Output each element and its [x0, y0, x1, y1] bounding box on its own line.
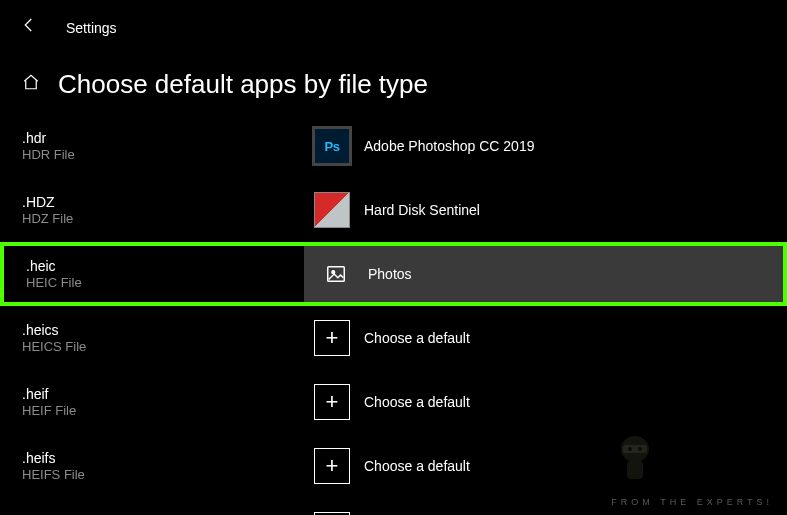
file-type-row: .heicHEIC FilePhotos: [0, 242, 787, 306]
app-name-label: Choose a default: [364, 458, 470, 474]
file-type-row: .HDZHDZ FileHard Disk Sentinel: [0, 178, 787, 242]
file-type-description: HEIF File: [22, 403, 300, 418]
default-app-button[interactable]: Photos: [304, 246, 783, 302]
default-app-button[interactable]: Hard Disk Sentinel: [300, 182, 787, 238]
photoshop-icon: Ps: [314, 128, 350, 164]
svg-rect-0: [328, 267, 345, 282]
file-type-row: .hdrHDR FilePsAdobe Photoshop CC 2019: [0, 114, 787, 178]
photos-icon: [318, 256, 354, 292]
app-name-label: Hard Disk Sentinel: [364, 202, 480, 218]
file-type-row: .heifHEIF File+Choose a default: [0, 370, 787, 434]
file-type-description: HEICS File: [22, 339, 300, 354]
file-extension-cell: .HDZHDZ File: [0, 182, 300, 238]
app-name-label: Choose a default: [364, 394, 470, 410]
file-type-description: HEIC File: [26, 275, 304, 290]
header-bar: Settings: [0, 0, 787, 51]
watermark-text: FROM THE EXPERTS!: [611, 496, 773, 510]
page-title: Choose default apps by file type: [58, 69, 428, 100]
svg-point-4: [628, 447, 632, 451]
plus-icon: +: [314, 384, 350, 420]
file-extension-cell: .heicHEIC File: [4, 246, 304, 302]
file-extension: .heif: [22, 386, 300, 402]
file-type-description: HDR File: [22, 147, 300, 162]
svg-point-5: [638, 447, 642, 451]
default-app-button[interactable]: +Choose a default: [300, 374, 787, 430]
watermark-mascot-icon: [613, 431, 657, 485]
file-extension-cell: .hh: [0, 510, 300, 516]
default-app-button[interactable]: PsAdobe Photoshop CC 2019: [300, 118, 787, 174]
svg-rect-3: [623, 445, 647, 453]
file-type-row: .heifsHEIFS File+Choose a default: [0, 434, 787, 498]
hard-disk-sentinel-icon: [314, 192, 350, 228]
back-button[interactable]: [16, 12, 42, 43]
file-extension: .heifs: [22, 450, 300, 466]
app-name-label: Adobe Photoshop CC 2019: [364, 138, 534, 154]
file-type-row: .heicsHEICS File+Choose a default: [0, 306, 787, 370]
home-icon[interactable]: [22, 73, 40, 96]
app-name-label: Choose a default: [364, 330, 470, 346]
svg-rect-6: [627, 461, 643, 479]
file-type-description: HEIFS File: [22, 467, 300, 482]
file-extension-cell: .heifHEIF File: [0, 374, 300, 430]
file-extension: .heics: [22, 322, 300, 338]
plus-icon: +: [314, 320, 350, 356]
file-extension: .HDZ: [22, 194, 300, 210]
plus-icon: +: [314, 448, 350, 484]
default-app-button[interactable]: +Choose a default: [300, 310, 787, 366]
file-extension: .hdr: [22, 130, 300, 146]
default-app-button[interactable]: +Choose a default: [300, 438, 787, 494]
file-type-description: HDZ File: [22, 211, 300, 226]
file-type-list: .hdrHDR FilePsAdobe Photoshop CC 2019.HD…: [0, 114, 787, 515]
file-extension: .heic: [26, 258, 304, 274]
file-extension-cell: .heicsHEICS File: [0, 310, 300, 366]
window-title: Settings: [66, 20, 117, 36]
file-extension-cell: .hdrHDR File: [0, 118, 300, 174]
file-extension-cell: .heifsHEIFS File: [0, 438, 300, 494]
app-name-label: Photos: [368, 266, 412, 282]
page-heading: Choose default apps by file type: [0, 51, 787, 114]
